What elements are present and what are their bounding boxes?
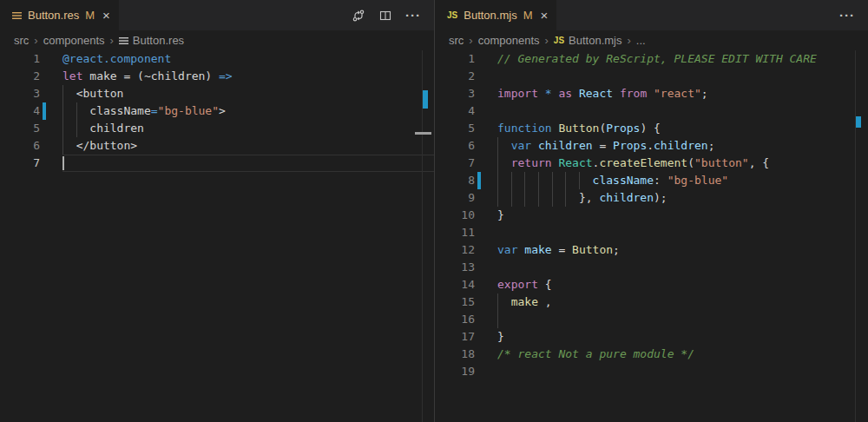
indent-guide <box>76 102 77 120</box>
res-file-icon <box>12 11 22 20</box>
breadcrumb-left: src › components › Button.res <box>0 30 434 50</box>
line-number-gutter[interactable]: 8 <box>435 172 497 189</box>
code-line[interactable]: 9 }, children); <box>435 189 868 207</box>
tab-bar-left: Button.res M × <box>0 0 434 30</box>
git-modified-gutter-marker <box>43 102 46 120</box>
line-number-gutter[interactable]: 6 <box>0 137 62 155</box>
line-number-gutter[interactable]: 3 <box>0 85 62 102</box>
tab-label: Button.mjs <box>464 9 516 22</box>
open-changes-icon[interactable] <box>352 9 365 23</box>
editor-pane-left: Button.res M × <box>0 0 434 422</box>
line-number-gutter[interactable]: 4 <box>0 102 62 120</box>
file-lines-icon <box>119 36 128 45</box>
line-number-gutter[interactable]: 17 <box>435 328 497 346</box>
code-editor-right[interactable]: 1// Generated by ReScript, PLEASE EDIT W… <box>435 50 868 422</box>
code-line[interactable]: 1// Generated by ReScript, PLEASE EDIT W… <box>435 50 868 68</box>
js-file-icon: JS <box>554 36 564 45</box>
code-line[interactable]: 14export { <box>435 276 868 293</box>
line-number-gutter[interactable]: 16 <box>435 311 497 328</box>
code-line[interactable]: 5function Button(Props) { <box>435 120 868 137</box>
code-line[interactable]: 8 className: "bg-blue" <box>435 172 868 189</box>
line-number-gutter[interactable]: 15 <box>435 293 497 311</box>
code-line[interactable]: 3 <button <box>0 85 434 102</box>
code-editor-left[interactable]: 1@react.component2let make = (~children)… <box>0 50 434 422</box>
overview-ruler-modified-marker <box>856 116 861 128</box>
breadcrumb-item-src[interactable]: src <box>14 34 29 47</box>
indent-guide <box>62 102 63 120</box>
code-line[interactable]: 17} <box>435 328 868 346</box>
code-line[interactable]: 15 make , <box>435 293 868 311</box>
code-line[interactable]: 18/* react Not a pure module */ <box>435 346 868 363</box>
code-line[interactable]: 16 <box>435 311 868 328</box>
line-number-gutter[interactable]: 19 <box>435 363 497 380</box>
code-line[interactable]: 2let make = (~children) => <box>0 68 434 85</box>
code-line[interactable]: 7 <box>0 155 434 172</box>
code-line[interactable]: 4 className="bg-blue"> <box>0 102 434 120</box>
indent-guide <box>579 172 580 189</box>
code-line[interactable]: 7 return React.createElement("button", { <box>435 155 868 172</box>
indent-guide <box>511 172 512 189</box>
line-number-gutter[interactable]: 10 <box>435 207 497 224</box>
line-number-gutter[interactable]: 1 <box>0 50 62 68</box>
modified-badge: M <box>85 9 95 22</box>
more-actions-icon[interactable]: ··· <box>405 8 421 23</box>
code-line[interactable]: 2 <box>435 68 868 85</box>
line-number-gutter[interactable]: 5 <box>0 120 62 137</box>
more-actions-icon[interactable]: ··· <box>839 8 855 23</box>
code-line[interactable]: 4 <box>435 102 868 120</box>
breadcrumb-item-file[interactable]: Button.mjs <box>569 34 621 47</box>
indent-guide <box>565 172 566 189</box>
code-line[interactable]: 1@react.component <box>0 50 434 68</box>
indent-guide <box>62 85 63 102</box>
tab-button-mjs[interactable]: JS Button.mjs M × <box>435 0 556 30</box>
code-line[interactable]: 5 children <box>0 120 434 137</box>
line-number-gutter[interactable]: 9 <box>435 189 497 207</box>
close-tab-icon[interactable]: × <box>541 9 549 22</box>
code-line[interactable]: 3import * as React from "react"; <box>435 85 868 102</box>
chevron-right-icon: › <box>545 34 549 47</box>
line-number-gutter[interactable]: 2 <box>435 68 497 85</box>
js-file-icon: JS <box>447 10 457 20</box>
code-line[interactable]: 13 <box>435 259 868 276</box>
line-number-gutter[interactable]: 3 <box>435 85 497 102</box>
split-editor-icon[interactable] <box>378 9 392 23</box>
modified-badge: M <box>523 9 533 22</box>
indent-guide <box>76 120 77 137</box>
overview-ruler-cursor-marker <box>415 132 431 135</box>
line-number-gutter[interactable]: 18 <box>435 346 497 363</box>
chevron-right-icon: › <box>110 34 114 47</box>
close-tab-icon[interactable]: × <box>102 9 110 22</box>
indent-guide <box>497 172 498 189</box>
line-number-gutter[interactable]: 1 <box>435 50 497 68</box>
line-number-gutter[interactable]: 4 <box>435 102 497 120</box>
line-number-gutter[interactable]: 6 <box>435 137 497 155</box>
code-line[interactable]: 6 var children = Props.children; <box>435 137 868 155</box>
line-number-gutter[interactable]: 14 <box>435 276 497 293</box>
code-line[interactable]: 10} <box>435 207 868 224</box>
breadcrumb-item-components[interactable]: components <box>43 34 105 47</box>
breadcrumb-item-src[interactable]: src <box>449 34 464 47</box>
breadcrumb-item-file[interactable]: Button.res <box>133 34 184 47</box>
indent-guide <box>511 189 512 207</box>
code-line[interactable]: 11 <box>435 224 868 241</box>
line-number-gutter[interactable]: 13 <box>435 259 497 276</box>
breadcrumb-item-more[interactable]: ... <box>636 34 646 47</box>
breadcrumb-item-components[interactable]: components <box>478 34 540 47</box>
code-line[interactable]: 19 <box>435 363 868 380</box>
line-number-gutter[interactable]: 7 <box>435 155 497 172</box>
indent-guide <box>538 172 539 189</box>
line-number-gutter[interactable]: 11 <box>435 224 497 241</box>
code-line[interactable]: 6 </button> <box>0 137 434 155</box>
indent-guide <box>538 189 539 207</box>
line-number-gutter[interactable]: 5 <box>435 120 497 137</box>
breadcrumb-right: src › components › JS Button.mjs › ... <box>435 30 868 50</box>
editor-actions-left: ··· <box>352 0 434 30</box>
line-number-gutter[interactable]: 2 <box>0 68 62 85</box>
code-line[interactable]: 12var make = Button; <box>435 241 868 259</box>
indent-guide <box>524 172 525 189</box>
line-number-gutter[interactable]: 12 <box>435 241 497 259</box>
text-cursor <box>62 156 64 170</box>
indent-guide <box>497 137 498 155</box>
line-number-gutter[interactable]: 7 <box>0 155 62 172</box>
tab-button-res[interactable]: Button.res M × <box>0 0 119 30</box>
